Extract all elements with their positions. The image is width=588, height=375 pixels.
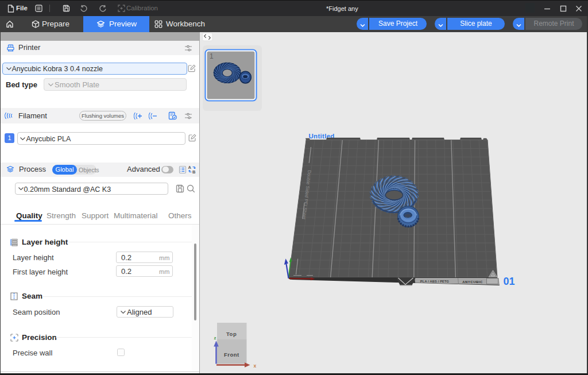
svg-text:ANYCUBIC: ANYCUBIC: [462, 280, 483, 284]
svg-text:z: z: [214, 335, 216, 341]
svg-text:01: 01: [504, 276, 515, 287]
svg-text:Top: Top: [226, 331, 237, 337]
svg-text:1: 1: [210, 52, 214, 60]
svg-text:A: A: [188, 165, 192, 170]
svg-text:PLA / ABS / PETG: PLA / ABS / PETG: [420, 280, 449, 283]
svg-text:Front: Front: [224, 351, 239, 358]
svg-text:x: x: [254, 363, 257, 369]
svg-text:B: B: [192, 169, 196, 174]
